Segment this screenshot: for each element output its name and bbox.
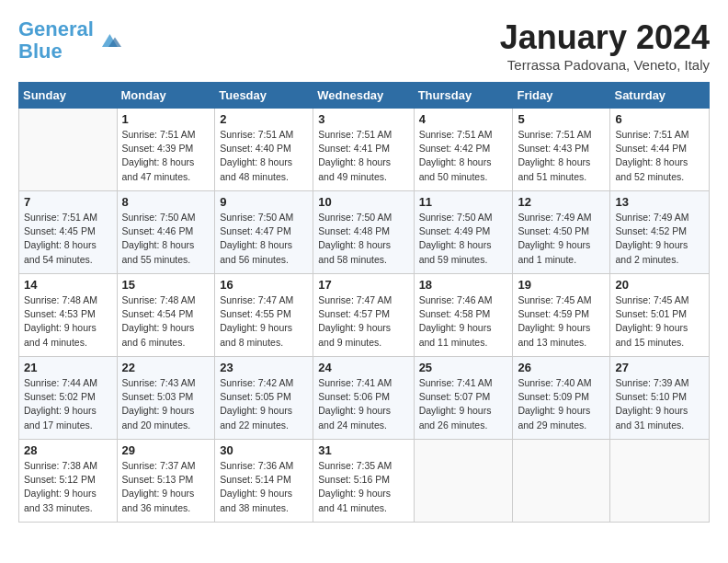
day-number: 31 <box>318 443 408 457</box>
day-info: Sunrise: 7:51 AMSunset: 4:41 PMDaylight:… <box>318 128 408 184</box>
logo-line1: General <box>18 17 94 40</box>
calendar-cell: 7Sunrise: 7:51 AMSunset: 4:45 PMDaylight… <box>19 191 118 274</box>
day-number: 26 <box>518 361 605 374</box>
day-info: Sunrise: 7:40 AMSunset: 5:09 PMDaylight:… <box>518 376 605 432</box>
header-cell-thursday: Thursday <box>414 83 513 109</box>
day-number: 5 <box>518 112 605 126</box>
day-number: 15 <box>122 278 210 292</box>
day-info: Sunrise: 7:50 AMSunset: 4:48 PMDaylight:… <box>318 211 408 267</box>
day-info: Sunrise: 7:45 AMSunset: 4:59 PMDaylight:… <box>518 293 605 350</box>
calendar-cell: 1Sunrise: 7:51 AMSunset: 4:39 PMDaylight… <box>117 109 215 191</box>
day-info: Sunrise: 7:47 AMSunset: 4:55 PMDaylight:… <box>220 293 308 350</box>
calendar-cell: 31Sunrise: 7:35 AMSunset: 5:16 PMDayligh… <box>313 440 414 523</box>
day-info: Sunrise: 7:41 AMSunset: 5:06 PMDaylight:… <box>318 376 408 432</box>
day-info: Sunrise: 7:50 AMSunset: 4:46 PMDaylight:… <box>122 211 210 267</box>
calendar-cell: 22Sunrise: 7:43 AMSunset: 5:03 PMDayligh… <box>117 357 215 440</box>
calendar-cell: 23Sunrise: 7:42 AMSunset: 5:05 PMDayligh… <box>215 357 313 440</box>
calendar-week-1: 7Sunrise: 7:51 AMSunset: 4:45 PMDaylight… <box>19 191 710 274</box>
calendar-cell: 14Sunrise: 7:48 AMSunset: 4:53 PMDayligh… <box>19 274 118 357</box>
calendar-cell: 10Sunrise: 7:50 AMSunset: 4:48 PMDayligh… <box>313 191 414 274</box>
calendar-cell: 17Sunrise: 7:47 AMSunset: 4:57 PMDayligh… <box>313 274 414 357</box>
day-info: Sunrise: 7:38 AMSunset: 5:12 PMDaylight:… <box>24 459 112 515</box>
day-number: 12 <box>518 195 605 209</box>
day-number: 21 <box>24 361 112 374</box>
day-info: Sunrise: 7:51 AMSunset: 4:44 PMDaylight:… <box>615 128 704 184</box>
calendar-cell: 15Sunrise: 7:48 AMSunset: 4:54 PMDayligh… <box>117 274 215 357</box>
day-number: 18 <box>419 278 508 292</box>
title-block: January 2024 Terrassa Padovana, Veneto, … <box>500 18 710 73</box>
day-info: Sunrise: 7:46 AMSunset: 4:58 PMDaylight:… <box>419 293 508 350</box>
calendar-cell: 6Sunrise: 7:51 AMSunset: 4:44 PMDaylight… <box>610 109 710 191</box>
day-number: 22 <box>122 361 210 374</box>
calendar-cell: 27Sunrise: 7:39 AMSunset: 5:10 PMDayligh… <box>610 357 710 440</box>
day-info: Sunrise: 7:49 AMSunset: 4:52 PMDaylight:… <box>615 211 704 267</box>
logo-icon <box>96 28 121 53</box>
calendar-cell: 13Sunrise: 7:49 AMSunset: 4:52 PMDayligh… <box>610 191 710 274</box>
day-info: Sunrise: 7:42 AMSunset: 5:05 PMDaylight:… <box>220 376 308 432</box>
day-number: 17 <box>318 278 408 292</box>
calendar-week-4: 28Sunrise: 7:38 AMSunset: 5:12 PMDayligh… <box>19 440 710 523</box>
day-info: Sunrise: 7:47 AMSunset: 4:57 PMDaylight:… <box>318 293 408 350</box>
day-number: 8 <box>122 195 210 209</box>
day-number: 6 <box>615 112 704 126</box>
logo-text: General Blue <box>18 18 94 63</box>
logo: General Blue <box>18 18 121 63</box>
day-info: Sunrise: 7:41 AMSunset: 5:07 PMDaylight:… <box>419 376 508 432</box>
day-number: 29 <box>122 443 210 457</box>
header-cell-sunday: Sunday <box>19 83 118 109</box>
calendar-cell <box>610 440 710 523</box>
day-number: 19 <box>518 278 605 292</box>
calendar-table: SundayMondayTuesdayWednesdayThursdayFrid… <box>18 82 710 523</box>
day-info: Sunrise: 7:36 AMSunset: 5:14 PMDaylight:… <box>220 459 308 515</box>
day-number: 9 <box>220 195 308 209</box>
day-info: Sunrise: 7:43 AMSunset: 5:03 PMDaylight:… <box>122 376 210 432</box>
day-info: Sunrise: 7:49 AMSunset: 4:50 PMDaylight:… <box>518 211 605 267</box>
day-info: Sunrise: 7:37 AMSunset: 5:13 PMDaylight:… <box>122 459 210 515</box>
calendar-cell: 2Sunrise: 7:51 AMSunset: 4:40 PMDaylight… <box>215 109 313 191</box>
calendar-cell: 4Sunrise: 7:51 AMSunset: 4:42 PMDaylight… <box>414 109 513 191</box>
calendar-cell: 25Sunrise: 7:41 AMSunset: 5:07 PMDayligh… <box>414 357 513 440</box>
page-header: General Blue January 2024 Terrassa Padov… <box>18 18 710 73</box>
day-info: Sunrise: 7:51 AMSunset: 4:45 PMDaylight:… <box>24 211 112 267</box>
header-cell-friday: Friday <box>513 83 610 109</box>
day-number: 25 <box>419 361 508 374</box>
day-info: Sunrise: 7:51 AMSunset: 4:42 PMDaylight:… <box>419 128 508 184</box>
day-number: 27 <box>615 361 704 374</box>
day-number: 7 <box>24 195 112 209</box>
calendar-week-2: 14Sunrise: 7:48 AMSunset: 4:53 PMDayligh… <box>19 274 710 357</box>
day-info: Sunrise: 7:45 AMSunset: 5:01 PMDaylight:… <box>615 293 704 350</box>
calendar-cell <box>513 440 610 523</box>
calendar-cell: 21Sunrise: 7:44 AMSunset: 5:02 PMDayligh… <box>19 357 118 440</box>
calendar-cell <box>414 440 513 523</box>
day-number: 13 <box>615 195 704 209</box>
calendar-cell: 19Sunrise: 7:45 AMSunset: 4:59 PMDayligh… <box>513 274 610 357</box>
day-number: 10 <box>318 195 408 209</box>
day-info: Sunrise: 7:35 AMSunset: 5:16 PMDaylight:… <box>318 459 408 515</box>
day-info: Sunrise: 7:50 AMSunset: 4:47 PMDaylight:… <box>220 211 308 267</box>
calendar-cell: 12Sunrise: 7:49 AMSunset: 4:50 PMDayligh… <box>513 191 610 274</box>
calendar-cell: 30Sunrise: 7:36 AMSunset: 5:14 PMDayligh… <box>215 440 313 523</box>
day-number: 28 <box>24 443 112 457</box>
calendar-cell: 16Sunrise: 7:47 AMSunset: 4:55 PMDayligh… <box>215 274 313 357</box>
calendar-cell: 18Sunrise: 7:46 AMSunset: 4:58 PMDayligh… <box>414 274 513 357</box>
calendar-cell: 28Sunrise: 7:38 AMSunset: 5:12 PMDayligh… <box>19 440 118 523</box>
header-cell-saturday: Saturday <box>610 83 710 109</box>
calendar-cell: 11Sunrise: 7:50 AMSunset: 4:49 PMDayligh… <box>414 191 513 274</box>
calendar-cell: 3Sunrise: 7:51 AMSunset: 4:41 PMDaylight… <box>313 109 414 191</box>
calendar-week-3: 21Sunrise: 7:44 AMSunset: 5:02 PMDayligh… <box>19 357 710 440</box>
day-number: 16 <box>220 278 308 292</box>
day-number: 1 <box>122 112 210 126</box>
day-number: 14 <box>24 278 112 292</box>
calendar-cell: 5Sunrise: 7:51 AMSunset: 4:43 PMDaylight… <box>513 109 610 191</box>
header-cell-tuesday: Tuesday <box>215 83 313 109</box>
day-info: Sunrise: 7:48 AMSunset: 4:53 PMDaylight:… <box>24 293 112 350</box>
day-info: Sunrise: 7:51 AMSunset: 4:39 PMDaylight:… <box>122 128 210 184</box>
header-cell-wednesday: Wednesday <box>313 83 414 109</box>
day-number: 30 <box>220 443 308 457</box>
location: Terrassa Padovana, Veneto, Italy <box>500 57 710 73</box>
day-info: Sunrise: 7:44 AMSunset: 5:02 PMDaylight:… <box>24 376 112 432</box>
day-number: 11 <box>419 195 508 209</box>
calendar-cell: 29Sunrise: 7:37 AMSunset: 5:13 PMDayligh… <box>117 440 215 523</box>
calendar-body: 1Sunrise: 7:51 AMSunset: 4:39 PMDaylight… <box>19 109 710 523</box>
calendar-cell: 24Sunrise: 7:41 AMSunset: 5:06 PMDayligh… <box>313 357 414 440</box>
